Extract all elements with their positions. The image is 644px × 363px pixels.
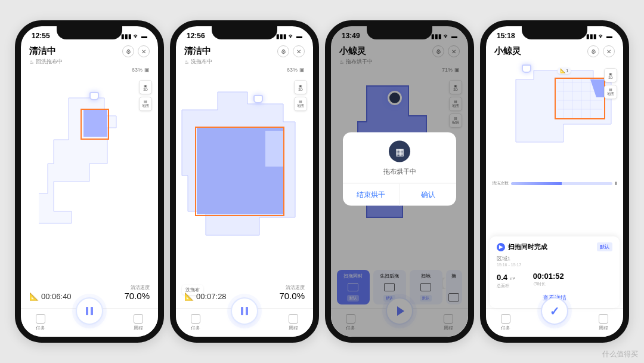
sheet-badge[interactable]: 默认 (597, 242, 612, 251)
page-title: 小鲸灵 (494, 45, 521, 57)
phone-screen-1: 12:55 ▮▮▮ ᯤ ▬ 清洁中 ♨ 回洗拖布中 ⚙ ✕ 63%▣ (15, 20, 164, 343)
battery-level: 63%▣ (21, 67, 158, 74)
wifi-icon: ᯤ (134, 33, 140, 39)
nav-schedule[interactable]: 周程 (289, 314, 298, 331)
droplet-icon: ♨ (184, 59, 189, 65)
pause-button[interactable] (76, 297, 103, 325)
status-icons: ▮▮▮ ᯤ ▬ (121, 33, 147, 39)
close-button[interactable]: ✕ (138, 45, 150, 57)
nav-schedule[interactable]: 周程 (134, 314, 143, 331)
robot-icon: 📐 (29, 292, 39, 301)
close-button[interactable]: ✕ (603, 45, 615, 57)
dock-icon (253, 95, 263, 103)
droplet-icon: ♨ (29, 59, 34, 65)
sheet-title: 扫拖同时完成 (508, 242, 547, 251)
nav-tasks[interactable]: 任务 (36, 314, 45, 331)
dialog-confirm[interactable]: 确认 (400, 184, 457, 206)
dialog-end-drying[interactable]: 结束烘干 (343, 184, 400, 206)
view-3d-button[interactable]: ▣3D (294, 80, 307, 94)
done-button[interactable] (541, 297, 568, 325)
phone-screen-3: 13:49▮▮▮ᯤ▬ 小鲸灵 ♨拖布烘干中 ⚙ ✕ 71%▣ ▣3D ▤地图 ▧… (325, 20, 474, 343)
notch (522, 26, 587, 39)
battery-mini-icon: ▮ (615, 181, 617, 186)
nav-tasks[interactable]: 任务 (191, 314, 200, 331)
area-value: 0.4 (497, 273, 507, 282)
robot-avatar-icon: ▦ (389, 141, 410, 162)
dock-icon (522, 64, 531, 73)
pause-button[interactable] (231, 297, 258, 325)
settings-button[interactable]: ⚙ (277, 45, 289, 57)
status-subtitle: ♨ 回洗拖布中 (29, 58, 63, 66)
area-name: 区域1 (497, 255, 612, 263)
drying-dialog: ▦ 拖布烘干中 结束烘干 确认 (343, 133, 456, 206)
nav-tasks[interactable]: 任务 (501, 314, 510, 331)
view-map-button[interactable]: ▤地图 (604, 85, 617, 99)
clock: 15:18 (497, 32, 515, 40)
elapsed-time: 📐00:06:40 (29, 292, 72, 301)
view-map-button[interactable]: ▤地图 (294, 97, 307, 111)
dock-icon (89, 92, 99, 100)
dialog-text: 拖布烘干中 (343, 167, 456, 183)
selection-rectangle[interactable] (195, 127, 284, 216)
notch (367, 26, 432, 39)
time-range: 15:16 - 15:17 (497, 263, 612, 267)
clock: 12:55 (32, 32, 50, 40)
phone-screen-2: 12:56 ▮▮▮ᯤ▬ 清洁中 ♨洗拖布中 ⚙ ✕ 63%▣ ▣3D ▤地图 (170, 20, 319, 343)
zone-label: 📐1 (558, 67, 571, 74)
phone-screen-4: 15:18▮▮▮ᯤ▬ 小鲸灵 ⚙ ✕ ▣3D ▤地图 (480, 20, 629, 343)
speed-label: 清洁速度 (124, 284, 150, 291)
close-button[interactable]: ✕ (293, 45, 305, 57)
cube-icon: ▣ (144, 67, 150, 73)
notch (57, 26, 122, 39)
selection-rectangle[interactable] (80, 109, 109, 140)
page-title: 清洁中 (184, 45, 212, 57)
view-3d-button[interactable]: ▣3D (604, 68, 617, 82)
progress-label: 清洁次数 (492, 180, 509, 186)
view-map-button[interactable]: ▤地图 (139, 97, 152, 111)
signal-icon: ▮▮▮ (121, 33, 132, 39)
speed-value: 70.0% (279, 291, 305, 301)
nav-schedule[interactable]: 周程 (599, 314, 608, 331)
watermark: 什么值得买 (602, 349, 638, 359)
page-title: 清洁中 (29, 45, 63, 57)
flag-icon: ▶ (497, 243, 505, 251)
clock: 12:56 (187, 32, 205, 40)
battery-icon: ▬ (141, 33, 147, 39)
selection-rectangle[interactable] (555, 78, 605, 119)
speed-value: 70.0% (124, 291, 150, 301)
elapsed-time: 00:07:28 (196, 292, 227, 301)
progress-bar[interactable] (511, 182, 612, 185)
settings-button[interactable]: ⚙ (122, 45, 134, 57)
notch (212, 26, 277, 39)
view-3d-button[interactable]: ▣3D (139, 80, 152, 94)
settings-button[interactable]: ⚙ (587, 45, 599, 57)
duration-value: 00:01:52 (533, 272, 564, 281)
